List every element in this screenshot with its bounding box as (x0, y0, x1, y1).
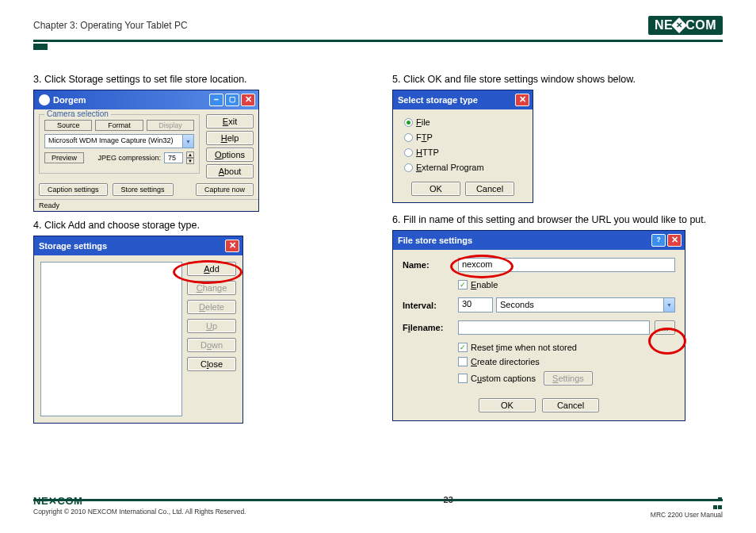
radio-ftp[interactable]: FTP (404, 132, 521, 142)
add-button[interactable]: Add (187, 262, 236, 276)
select-titlebar[interactable]: Select storage type ✕ (393, 90, 533, 109)
options-button[interactable]: Options (206, 148, 254, 162)
exit-button[interactable]: Exit (206, 114, 254, 128)
cancel-button[interactable]: Cancel (542, 398, 599, 412)
about-button[interactable]: About (206, 164, 254, 178)
ok-button[interactable]: OK (411, 182, 460, 196)
capture-now-button[interactable]: Capture now (196, 183, 254, 196)
display-button[interactable]: Display (147, 120, 194, 131)
radio-http[interactable]: HTTP (404, 148, 521, 157)
page: Chapter 3: Operating Your Tablet PC NE✕C… (0, 0, 756, 463)
camera-selection-group: Camera selection Source Format Display M… (39, 114, 200, 174)
camera-selection-label: Camera selection (44, 109, 111, 118)
header-rule (33, 40, 723, 42)
interval-input[interactable]: 30 (458, 297, 493, 313)
dorgem-body: Camera selection Source Format Display M… (34, 109, 258, 183)
interval-unit-dropdown[interactable]: Seconds (496, 297, 675, 313)
status-bar: Ready (34, 199, 258, 211)
page-footer: NE✕COM Copyright © 2010 NEXCOM Internati… (0, 495, 756, 519)
logo-x-icon: ✕ (671, 17, 687, 33)
jpeg-spin-up[interactable]: ▲ (186, 151, 194, 158)
dropdown-arrow-icon (663, 298, 674, 312)
storage-body: Add Change Delete Up Down Close (34, 255, 242, 423)
change-button[interactable]: Change (187, 281, 236, 295)
close-button[interactable]: ✕ (241, 94, 255, 106)
device-dropdown[interactable]: Microsoft WDM Image Capture (Win32) (44, 134, 194, 148)
dorgem-dialog: Dorgem ‒ ▢ ✕ Camera selection Source For… (33, 90, 259, 212)
up-button[interactable]: Up (187, 319, 236, 333)
step-6-text: 6. Fill in name of this setting and brow… (392, 214, 723, 225)
interval-label: Interval: (403, 301, 453, 310)
cancel-button[interactable]: Cancel (465, 182, 514, 196)
ok-button[interactable]: OK (479, 398, 536, 412)
filename-input[interactable] (458, 320, 650, 335)
manual-name: MRC 2200 User Manual (651, 511, 723, 519)
dorgem-titlebar[interactable]: Dorgem ‒ ▢ ✕ (34, 90, 258, 109)
device-value: Microsoft WDM Image Capture (Win32) (48, 136, 174, 144)
jpeg-input[interactable]: 75 (164, 152, 183, 163)
dorgem-side-buttons: Exit Help Options About (206, 114, 254, 178)
minimize-button[interactable]: ‒ (209, 94, 223, 106)
nexcom-logo: NE✕COM (648, 16, 723, 35)
storage-titlebar[interactable]: Storage settings ✕ (34, 236, 242, 255)
step-3-text: 3. Click Storage settings to set file st… (33, 74, 364, 85)
step-4-text: 4. Click Add and choose storage type. (33, 220, 364, 231)
radio-external[interactable]: External Program (404, 163, 521, 172)
format-button[interactable]: Format (95, 120, 143, 131)
storage-settings-dialog: Storage settings ✕ Add Change Delete Up … (33, 236, 243, 424)
preview-button[interactable]: Preview (44, 152, 84, 163)
help-button[interactable]: Help (206, 131, 254, 145)
content-columns: 3. Click Storage settings to set file st… (33, 74, 723, 431)
enable-checkbox[interactable]: ✓Enable (458, 280, 675, 290)
maximize-button[interactable]: ▢ (225, 94, 239, 106)
page-number: 23 (444, 495, 453, 504)
col-right: 5. Click OK and file store settings wind… (392, 74, 723, 431)
dorgem-title: Dorgem (53, 95, 86, 105)
dropdown-arrow-icon (182, 135, 193, 148)
storage-listbox[interactable] (40, 262, 182, 416)
name-label: Name: (403, 260, 453, 270)
storage-title: Storage settings (39, 241, 107, 251)
caption-settings-button[interactable]: Caption settings (39, 183, 108, 196)
header-block-accent (33, 44, 48, 50)
col-left: 3. Click Storage settings to set file st… (33, 74, 364, 431)
jpeg-spin-down[interactable]: ▼ (186, 158, 194, 164)
filename-label: Filename: (403, 323, 453, 332)
delete-button[interactable]: Delete (187, 300, 236, 314)
close-button-2[interactable]: Close (187, 357, 236, 371)
close-button[interactable]: ✕ (667, 234, 682, 247)
create-dirs-checkbox[interactable]: Create directories (458, 357, 675, 366)
page-header: Chapter 3: Operating Your Tablet PC NE✕C… (33, 16, 723, 35)
name-input[interactable]: nexcom (458, 258, 675, 272)
select-title: Select storage type (398, 95, 478, 105)
source-button[interactable]: Source (44, 120, 92, 131)
app-icon (39, 94, 50, 105)
footer-logo: NE✕COM (33, 495, 246, 507)
custom-captions-checkbox[interactable]: Custom captions (458, 374, 536, 383)
interval-unit-value: Seconds (500, 300, 534, 309)
file-title: File store settings (398, 236, 472, 245)
step-5-text: 5. Click OK and file store settings wind… (392, 74, 723, 85)
radio-file[interactable]: File (404, 117, 521, 127)
down-button[interactable]: Down (187, 338, 236, 352)
close-button[interactable]: ✕ (225, 240, 239, 252)
jpeg-label: JPEG compression: (87, 154, 161, 162)
select-storage-type-dialog: Select storage type ✕ File FTP HTTP Exte… (392, 90, 533, 203)
corner-decoration (713, 495, 723, 511)
file-titlebar[interactable]: File store settings ? ✕ (393, 231, 685, 250)
settings-button[interactable]: Settings (544, 371, 593, 385)
store-settings-button[interactable]: Store settings (113, 183, 174, 196)
close-button[interactable]: ✕ (515, 94, 529, 106)
reset-time-checkbox[interactable]: ✓Reset time when not stored (458, 343, 675, 352)
chapter-title: Chapter 3: Operating Your Tablet PC (33, 20, 188, 31)
file-store-settings-dialog: File store settings ? ✕ Name: nexcom ✓En… (392, 230, 685, 421)
browse-button[interactable]: ... (655, 320, 675, 335)
copyright-text: Copyright © 2010 NEXCOM International Co… (33, 508, 246, 516)
help-button[interactable]: ? (651, 234, 666, 247)
